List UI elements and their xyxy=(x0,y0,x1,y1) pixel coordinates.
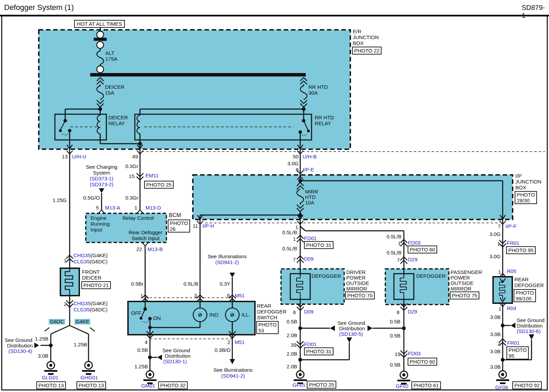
connector-code: M51 xyxy=(235,340,245,345)
er-box-label: JUNCTION xyxy=(353,35,379,40)
ground-name: GF01 xyxy=(292,382,305,388)
pin-number: 1 xyxy=(293,236,296,242)
bcm-name: BCM xyxy=(169,213,181,218)
pin-number: 2 xyxy=(64,301,67,307)
see-ground-ref: See Ground xyxy=(517,318,545,323)
see-ground-link[interactable]: (SD130-6) xyxy=(517,329,540,334)
connector-code: M13-B xyxy=(148,247,163,252)
wire-label: 0.5Br xyxy=(131,281,143,287)
photo-ref-line: PHOTO xyxy=(516,290,534,296)
wire-harness-code: CHG35(G4KE) xyxy=(73,301,108,306)
wire-label: 3.0G xyxy=(489,254,501,259)
connector-code: EM11 xyxy=(145,173,159,178)
see-ground-ref: See Ground xyxy=(5,337,33,343)
see-ground-ref: Distribution xyxy=(7,343,33,348)
bcm-input-label: Rear Defogger xyxy=(129,230,162,235)
connector-photo-ref: PHOTO 95 xyxy=(506,346,529,359)
wire-label: 0.3B/O xyxy=(214,347,231,353)
wire-label: 2.0B xyxy=(287,364,297,369)
wiring-diagram-page: Defogger System (1) SD879-1 HOT AT ALL T… xyxy=(0,0,549,392)
wire-label: 0.3Gr xyxy=(125,195,138,201)
wire-label: 0.5B xyxy=(137,347,148,353)
deicer-fuse-label: 15A xyxy=(105,90,114,96)
see-ground-link[interactable]: (SD130-4) xyxy=(8,348,32,354)
ip-box-photo-ref: PHOTO 28/30 xyxy=(515,191,537,204)
connector-code: I/P-E xyxy=(303,167,314,173)
ground-name: GF02 xyxy=(396,383,409,389)
pin-number: 8 xyxy=(397,310,399,315)
ground-name: GM01 xyxy=(141,383,155,389)
front-deicer-label: DEICER xyxy=(82,275,102,281)
see-charging-link[interactable]: (SD373-1) xyxy=(90,176,113,181)
pin-number: 6 xyxy=(227,293,230,298)
ground-symbol-ghg01 xyxy=(82,361,95,375)
connector-code: R04 xyxy=(507,306,516,311)
switch-photo-ref: PHOTO 53 xyxy=(256,321,279,334)
er-junction-box xyxy=(39,30,350,149)
photo-ref-line: PHOTO xyxy=(170,220,188,226)
driver-mirror-label: POWER xyxy=(346,275,366,281)
pin-number: 50 xyxy=(293,154,299,159)
see-ground-ref: See Ground xyxy=(338,320,365,326)
pin-number: 39 xyxy=(291,342,296,348)
ground-symbol-gf02 xyxy=(397,371,410,384)
wire-label: 0.5G/O xyxy=(83,195,100,201)
wire-label: 0.5B xyxy=(390,319,400,324)
connector-photo-ref: PHOTO 60 xyxy=(408,246,437,253)
see-ground-ref: Distribution xyxy=(339,326,365,331)
pin-number: 1 xyxy=(135,205,137,211)
driver-mirror-label: OUTSIDE xyxy=(346,281,369,286)
switch-name: SWITCH xyxy=(257,315,277,320)
ground-name: GHG01 xyxy=(81,375,98,380)
ground-name: GF06 xyxy=(495,385,508,390)
deicer-relay-label: RELAY xyxy=(108,121,125,126)
wire-label: 0.5B xyxy=(390,362,400,368)
connector-code: FD03 xyxy=(408,240,421,246)
connector-photo-ref: PHOTO 60 xyxy=(408,358,437,366)
wire-label: 2.0B xyxy=(287,351,297,357)
see-ground-link[interactable]: (SD130-5) xyxy=(339,331,363,337)
connector-photo-ref: PHOTO 31 xyxy=(304,241,334,249)
connector-code: R05 xyxy=(507,269,516,274)
photo-ref-line: PHOTO xyxy=(509,347,527,353)
connector-code: D09 xyxy=(304,309,314,314)
er-box-label: E/R xyxy=(353,29,361,34)
see-charging-link[interactable]: (SD373-2) xyxy=(90,182,113,187)
pin-number: 2 xyxy=(498,341,500,346)
wire-harness-code: CLG35(G6DC) xyxy=(73,307,107,312)
passenger-mirror-label: MIRROR xyxy=(451,286,471,292)
er-box-photo-ref: PHOTO 22 xyxy=(352,47,382,55)
see-charging-ref: System xyxy=(93,170,110,176)
passenger-mirror-label: POWER xyxy=(451,275,470,281)
photo-ref-line: PHOTO xyxy=(258,322,277,328)
pin-number: 1 xyxy=(398,241,401,246)
wire-harness-code: CLG35(G6DC) xyxy=(73,259,107,264)
connector-code: M13-A xyxy=(105,205,120,211)
see-illuminations-link[interactable]: (SD941-2) xyxy=(215,260,239,265)
pin-number: 22 xyxy=(136,247,142,252)
pin-number: 2 xyxy=(227,340,230,345)
front-deicer-label: FRONT xyxy=(82,269,100,275)
hot-at-all-times-label: HOT AT ALL TIMES xyxy=(74,20,125,28)
rr-htd-fuse-label: RR HTD xyxy=(308,84,328,90)
see-ground-link[interactable]: (SD130-1) xyxy=(163,359,187,364)
bcm-output-label: Relay Control xyxy=(122,215,154,221)
deicer-fuse-label: DEICER xyxy=(105,84,125,90)
ground-photo-ref: PHOTO 32 xyxy=(158,381,188,389)
see-illuminations-link[interactable]: (SD941-2) xyxy=(221,373,245,379)
photo-ref-line: 99/100 xyxy=(516,296,534,301)
ground-symbol-gm01 xyxy=(143,371,156,384)
pin-number: 8 xyxy=(296,167,299,173)
bus-bar xyxy=(90,73,306,76)
pin-number: 1 xyxy=(140,293,143,298)
bcm-input-label: Input xyxy=(91,227,102,233)
engine-variant-tag: G4KE xyxy=(74,319,90,324)
wire-label: 1.25B xyxy=(135,364,148,369)
connector-photo-ref: PHOTO 95 xyxy=(506,246,536,254)
wire-label: 1.25G xyxy=(52,198,67,203)
illumination-lamp-label: ILL. xyxy=(242,312,250,318)
pin-number: 7 xyxy=(397,258,400,263)
ground-symbol-gf06 xyxy=(496,371,509,384)
ground-photo-ref: PHOTO 61 xyxy=(411,381,441,389)
driver-mirror-label: DRIVER xyxy=(346,270,366,275)
